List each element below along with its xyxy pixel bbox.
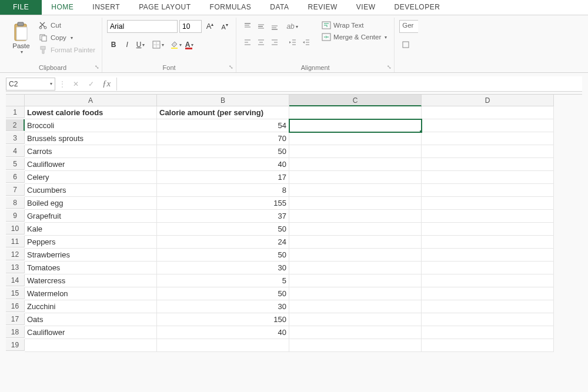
font-color-button[interactable]: A▾ xyxy=(183,38,196,51)
cell-d18[interactable] xyxy=(422,326,554,339)
cell-b12[interactable]: 50 xyxy=(157,249,289,262)
row-header-10[interactable]: 10 xyxy=(6,223,25,234)
cell-c19[interactable] xyxy=(289,339,422,352)
cell-b5[interactable]: 40 xyxy=(157,158,289,171)
row-header-15[interactable]: 15 xyxy=(6,287,25,299)
borders-button[interactable]: ▾ xyxy=(152,38,165,51)
row-header-16[interactable]: 16 xyxy=(6,300,25,312)
dialog-launcher-icon[interactable]: ⤡ xyxy=(229,64,233,70)
row-header-17[interactable]: 17 xyxy=(6,313,25,325)
cell-a7[interactable]: Cucumbers xyxy=(25,184,157,197)
cell-d2[interactable] xyxy=(422,119,554,132)
cell-d3[interactable] xyxy=(422,132,554,145)
cell-c1[interactable] xyxy=(289,106,422,119)
accounting-format-button[interactable] xyxy=(399,38,412,51)
cell-d7[interactable] xyxy=(422,184,554,197)
align-right-button[interactable] xyxy=(268,36,281,49)
cell-c13[interactable] xyxy=(289,262,422,274)
tab-developer[interactable]: DEVELOPER xyxy=(385,0,450,15)
cell-a1[interactable]: Lowest calorie foods xyxy=(25,106,157,119)
cell-c3[interactable] xyxy=(289,132,422,145)
wrap-text-button[interactable]: Wrap Text xyxy=(319,20,389,31)
align-center-button[interactable] xyxy=(255,36,268,49)
formula-input[interactable] xyxy=(116,78,582,91)
tab-page-layout[interactable]: PAGE LAYOUT xyxy=(129,0,200,15)
cell-b16[interactable]: 30 xyxy=(157,300,289,313)
format-painter-button[interactable]: Format Painter xyxy=(36,45,97,55)
align-bottom-button[interactable] xyxy=(268,20,281,33)
cell-a10[interactable]: Kale xyxy=(25,223,157,236)
row-header-19[interactable]: 19 xyxy=(6,339,25,351)
tab-review[interactable]: REVIEW xyxy=(298,0,346,15)
underline-button[interactable]: U▾ xyxy=(134,38,147,51)
decrease-indent-button[interactable] xyxy=(286,36,299,49)
column-header-d[interactable]: D xyxy=(422,95,554,106)
cell-d13[interactable] xyxy=(422,262,554,274)
row-header-14[interactable]: 14 xyxy=(6,274,25,286)
cell-d6[interactable] xyxy=(422,171,554,184)
cell-a2[interactable]: Broccoli xyxy=(25,119,157,132)
row-header-18[interactable]: 18 xyxy=(6,326,25,338)
row-header-7[interactable]: 7 xyxy=(6,184,25,196)
cell-b15[interactable]: 50 xyxy=(157,287,289,300)
paste-button[interactable]: Paste ▾ xyxy=(8,20,34,55)
number-format-select[interactable]: Ger xyxy=(399,20,418,33)
increase-indent-button[interactable] xyxy=(299,36,312,49)
cell-a11[interactable]: Peppers xyxy=(25,236,157,249)
orientation-button[interactable]: ab▾ xyxy=(286,20,299,33)
tab-insert[interactable]: INSERT xyxy=(83,0,129,15)
cell-b11[interactable]: 24 xyxy=(157,236,289,249)
cell-c4[interactable] xyxy=(289,145,422,158)
cell-c16[interactable] xyxy=(289,300,422,313)
font-size-input[interactable] xyxy=(179,20,202,33)
cell-b2[interactable]: 54 xyxy=(157,119,289,132)
merge-center-button[interactable]: Merge & Center ▾ xyxy=(319,32,389,42)
cell-d14[interactable] xyxy=(422,274,554,287)
cell-c10[interactable] xyxy=(289,223,422,236)
select-all-corner[interactable] xyxy=(6,95,25,106)
cell-d16[interactable] xyxy=(422,300,554,313)
bold-button[interactable]: B xyxy=(107,38,120,51)
cell-d4[interactable] xyxy=(422,145,554,158)
align-middle-button[interactable] xyxy=(255,20,268,33)
cell-b1[interactable]: Calorie amount (per serving) xyxy=(157,106,289,119)
tab-file[interactable]: FILE xyxy=(0,0,42,15)
cell-d19[interactable] xyxy=(422,339,554,352)
cell-d15[interactable] xyxy=(422,287,554,300)
cell-b4[interactable]: 50 xyxy=(157,145,289,158)
row-header-12[interactable]: 12 xyxy=(6,249,25,260)
cell-a18[interactable]: Cauliflower xyxy=(25,326,157,339)
cell-c12[interactable] xyxy=(289,249,422,262)
cell-c7[interactable] xyxy=(289,184,422,197)
row-header-4[interactable]: 4 xyxy=(6,145,25,157)
cell-a12[interactable]: Strawberries xyxy=(25,249,157,262)
cell-d12[interactable] xyxy=(422,249,554,262)
cell-a8[interactable]: Boiled egg xyxy=(25,197,157,210)
cell-a4[interactable]: Carrots xyxy=(25,145,157,158)
cell-c18[interactable] xyxy=(289,326,422,339)
cell-b6[interactable]: 17 xyxy=(157,171,289,184)
cell-a16[interactable]: Zucchini xyxy=(25,300,157,313)
cell-a17[interactable]: Oats xyxy=(25,313,157,326)
cell-a19[interactable] xyxy=(25,339,157,352)
cell-b13[interactable]: 30 xyxy=(157,262,289,274)
cell-b3[interactable]: 70 xyxy=(157,132,289,145)
cell-d17[interactable] xyxy=(422,313,554,326)
cell-d10[interactable] xyxy=(422,223,554,236)
cell-b18[interactable]: 40 xyxy=(157,326,289,339)
row-header-6[interactable]: 6 xyxy=(6,171,25,183)
row-header-13[interactable]: 13 xyxy=(6,262,25,273)
cell-a5[interactable]: Cauliflower xyxy=(25,158,157,171)
cell-a14[interactable]: Watercress xyxy=(25,274,157,287)
copy-button[interactable]: Copy ▾ xyxy=(36,32,97,43)
cell-c17[interactable] xyxy=(289,313,422,326)
dialog-launcher-icon[interactable]: ⤡ xyxy=(387,64,392,70)
row-header-2[interactable]: 2 xyxy=(6,119,25,131)
cell-d8[interactable] xyxy=(422,197,554,210)
cell-a9[interactable]: Grapefruit xyxy=(25,210,157,223)
tab-view[interactable]: VIEW xyxy=(347,0,385,15)
align-left-button[interactable] xyxy=(241,36,254,49)
cell-a15[interactable]: Watermelon xyxy=(25,287,157,300)
cell-b19[interactable] xyxy=(157,339,289,352)
enter-formula-button[interactable]: ✓ xyxy=(85,78,98,91)
